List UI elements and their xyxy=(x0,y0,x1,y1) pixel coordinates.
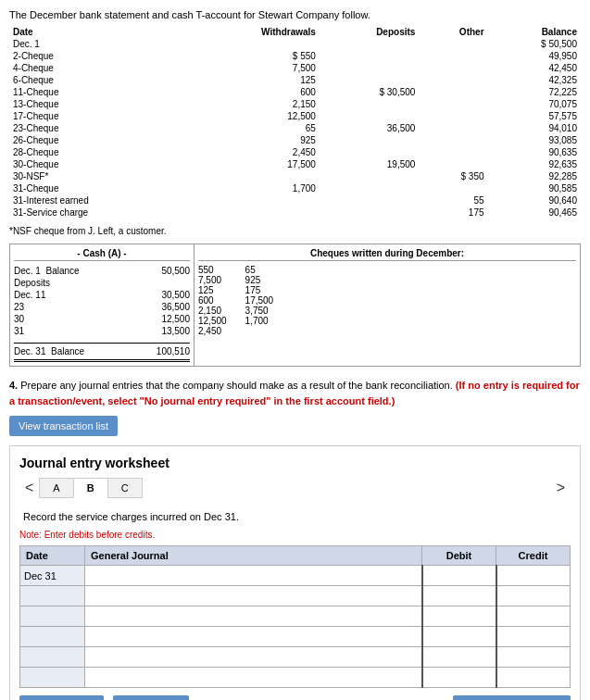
section4-number: 4. xyxy=(9,380,18,391)
bank-table-row: 30-Cheque17,50019,50092,635 xyxy=(9,158,581,170)
t-row-deposits-label: Deposits xyxy=(14,277,190,289)
credit-cell[interactable] xyxy=(496,647,571,668)
journal-table-row xyxy=(20,586,571,606)
worksheet-instruction: Record the service charges incurred on D… xyxy=(19,507,571,526)
cheques-col2: 65 925 175 17,500 3,750 1,700 xyxy=(245,265,274,336)
credit-cell[interactable] xyxy=(496,668,571,688)
cheques-columns: 550 7,500 125 600 2,150 12,500 2,450 65 … xyxy=(198,265,576,336)
journal-date-cell xyxy=(20,647,85,668)
debit-cell[interactable] xyxy=(422,668,496,688)
th-date: Date xyxy=(20,546,85,566)
t-row-dec31: 31 13,500 xyxy=(14,325,190,337)
tab-prev-button[interactable]: < xyxy=(19,478,39,498)
journal-table-row xyxy=(20,606,571,627)
bank-table-row: 28-Cheque2,45090,635 xyxy=(9,146,581,158)
view-general-journal-button[interactable]: View general journal xyxy=(453,695,571,700)
debit-cell[interactable] xyxy=(422,566,496,586)
bank-table-row: 31-Service charge17590,465 xyxy=(9,206,581,219)
journal-date-cell xyxy=(20,627,85,647)
t-account-right: Cheques written during December: 550 7,5… xyxy=(195,244,581,367)
bank-table-row: Dec. 1$ 50,500 xyxy=(9,38,581,50)
journal-entry-cell[interactable] xyxy=(85,566,422,586)
journal-entry-cell[interactable] xyxy=(85,627,422,647)
t-account-title: - Cash (A) - xyxy=(14,248,190,261)
bank-table-row: 4-Cheque7,50042,450 xyxy=(9,62,581,74)
t-account-right-header: Cheques written during December: xyxy=(198,248,576,261)
cheques-col1: 550 7,500 125 600 2,150 12,500 2,450 xyxy=(198,265,227,336)
t-row-dec30: 30 12,500 xyxy=(14,313,190,325)
bank-table-row: 23-Cheque6536,50094,010 xyxy=(9,122,581,134)
journal-table: Date General Journal Debit Credit Dec 31 xyxy=(19,545,571,688)
tab-b[interactable]: B xyxy=(73,478,108,498)
credit-cell[interactable] xyxy=(496,566,571,586)
tab-row: < A B C > xyxy=(19,478,571,498)
bank-table-row: 17-Cheque12,50057,575 xyxy=(9,110,581,122)
journal-date-cell xyxy=(20,668,85,688)
debit-cell[interactable] xyxy=(422,586,496,606)
journal-date-cell xyxy=(20,606,85,627)
t-row-dec23: 23 36,500 xyxy=(14,301,190,313)
section4: 4. Prepare any journal entries that the … xyxy=(9,378,581,408)
t-account-left: - Cash (A) - Dec. 1 Balance 50,500 Depos… xyxy=(9,244,195,367)
worksheet-note: Note: Enter debits before credits. xyxy=(19,530,571,540)
bank-table-row: 26-Cheque92593,085 xyxy=(9,134,581,146)
col-other: Other xyxy=(419,26,487,38)
journal-table-row: Dec 31 xyxy=(20,566,571,586)
t-row-dec11: Dec. 11 30,500 xyxy=(14,289,190,301)
record-entry-button[interactable]: Record entry xyxy=(19,695,104,700)
col-withdrawals: Withdrawals xyxy=(187,26,320,38)
col-deposits: Deposits xyxy=(320,26,419,38)
t-account-section: - Cash (A) - Dec. 1 Balance 50,500 Depos… xyxy=(9,244,581,367)
tab-next-button[interactable]: > xyxy=(551,478,571,498)
bank-table-row: 13-Cheque2,15070,075 xyxy=(9,98,581,110)
journal-table-row xyxy=(20,627,571,647)
journal-entry-cell[interactable] xyxy=(85,586,422,606)
journal-table-row xyxy=(20,668,571,688)
journal-date-cell xyxy=(20,586,85,606)
debit-cell[interactable] xyxy=(422,627,496,647)
th-debit: Debit xyxy=(422,546,496,566)
clear-entry-button[interactable]: Clear entry xyxy=(113,695,189,700)
debit-cell[interactable] xyxy=(422,647,496,668)
bank-table-row: 30-NSF*$ 35092,285 xyxy=(9,170,581,182)
th-credit: Credit xyxy=(496,546,571,566)
bank-table-row: 11-Cheque600$ 30,50072,225 xyxy=(9,86,581,98)
section4-text: Prepare any journal entries that the com… xyxy=(20,380,453,391)
tab-a[interactable]: A xyxy=(39,478,73,498)
bank-table-row: 6-Cheque12542,325 xyxy=(9,74,581,86)
nsf-note: *NSF cheque from J. Left, a customer. xyxy=(9,226,581,236)
t-row-balance: Dec. 1 Balance 50,500 xyxy=(14,265,190,277)
bank-table-row: 31-Cheque1,70090,585 xyxy=(9,182,581,194)
journal-entry-cell[interactable] xyxy=(85,606,422,627)
tab-c[interactable]: C xyxy=(107,478,143,498)
credit-cell[interactable] xyxy=(496,627,571,647)
credit-cell[interactable] xyxy=(496,606,571,627)
view-transaction-button[interactable]: View transaction list xyxy=(9,416,118,436)
col-balance: Balance xyxy=(488,26,581,38)
intro-text: The December bank statement and cash T-a… xyxy=(9,9,581,20)
journal-entry-cell[interactable] xyxy=(85,647,422,668)
journal-table-row xyxy=(20,647,571,668)
bank-statement-table: Date Withdrawals Deposits Other Balance … xyxy=(9,26,581,219)
t-row-final-balance: Dec. 31 Balance 100,510 xyxy=(14,343,190,362)
bottom-buttons: Record entry Clear entry View general jo… xyxy=(19,695,571,700)
journal-date-cell: Dec 31 xyxy=(20,566,85,586)
th-general-journal: General Journal xyxy=(85,546,422,566)
worksheet-title: Journal entry worksheet xyxy=(19,456,571,470)
credit-cell[interactable] xyxy=(496,586,571,606)
debit-cell[interactable] xyxy=(422,606,496,627)
bank-table-row: 2-Cheque$ 55049,950 xyxy=(9,50,581,62)
journal-entry-cell[interactable] xyxy=(85,668,422,688)
journal-worksheet: Journal entry worksheet < A B C > Record… xyxy=(9,445,581,700)
bank-table-row: 31-Interest earned5590,640 xyxy=(9,194,581,206)
col-date: Date xyxy=(9,26,187,38)
